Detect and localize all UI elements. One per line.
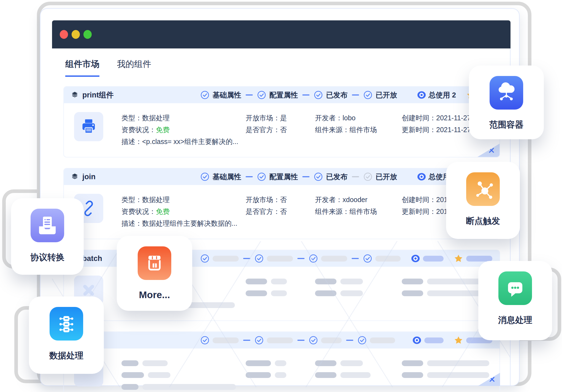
component-details: 类型：数据处理 资费状况：免费 描述：<p.class= xx>组件主要解决的.… <box>64 103 499 157</box>
skeleton-pill <box>340 279 363 284</box>
skeleton-pill <box>275 360 286 366</box>
minimize-traffic-light-icon[interactable] <box>72 30 80 39</box>
field-label: 是否官方： <box>246 207 280 216</box>
float-card-range-container[interactable]: 范围容器 <box>469 66 544 139</box>
skeleton-pill <box>340 360 363 366</box>
step-dash <box>302 176 309 177</box>
float-card-label: 协议转换 <box>30 252 64 263</box>
step-dash <box>297 258 305 259</box>
float-card-label: More... <box>139 289 170 300</box>
step-dash <box>352 176 359 177</box>
float-card-more[interactable]: More... <box>117 236 192 311</box>
status-steps: 基础属性 配置属性 已发布 已开放 <box>200 90 397 100</box>
skeleton-pill <box>427 372 489 378</box>
skeleton-pill <box>402 290 423 296</box>
window-content: 组件市场 我的组件 print组件 基础属性 <box>52 48 511 386</box>
check-circle-icon <box>309 336 318 345</box>
step-dash <box>302 94 309 96</box>
field-value-free: 免费 <box>156 207 170 216</box>
skeleton-pill <box>370 337 395 343</box>
step-dash <box>243 340 250 341</box>
skeleton-pill <box>424 337 444 343</box>
float-card-protocol-conversion[interactable]: 协议转换 <box>11 198 84 275</box>
eye-icon <box>417 91 426 99</box>
field-value: 否 <box>280 125 287 134</box>
field-label: 组件来源： <box>315 125 349 134</box>
status-steps: 基础属性 配置属性 已发布 已开放 <box>200 172 397 182</box>
cloud-network-icon <box>490 76 523 110</box>
step-dash <box>243 258 250 259</box>
eye-icon <box>413 336 421 344</box>
tab-bar: 组件市场 我的组件 <box>52 48 510 77</box>
check-circle-icon <box>363 254 372 263</box>
skeleton-pill <box>271 290 287 296</box>
check-circle-icon <box>309 254 318 263</box>
field-value: 否 <box>280 207 287 216</box>
field-label: 更新时间： <box>402 207 436 216</box>
star-icon <box>454 254 463 263</box>
skeleton-pill <box>142 384 236 390</box>
skeleton-pill <box>402 372 423 378</box>
field-label: 是否官方： <box>246 125 280 134</box>
component-name: join <box>82 173 96 181</box>
field-label: 资费状况： <box>121 207 156 216</box>
skeleton-pill <box>340 290 363 296</box>
step-dash <box>297 340 305 341</box>
skeleton-pill <box>121 360 139 366</box>
check-circle-icon <box>257 172 266 181</box>
skeleton-pill <box>315 360 336 366</box>
skeleton-pill <box>315 372 336 378</box>
field-value: lobo <box>343 114 355 122</box>
float-card-data-processing[interactable]: 数据处理 <box>29 296 104 374</box>
skeleton-pill <box>267 256 293 262</box>
skeleton-pill <box>321 337 342 343</box>
check-circle-icon <box>200 254 209 263</box>
field-label: 开发者： <box>315 113 343 122</box>
maximize-traffic-light-icon[interactable] <box>83 30 92 39</box>
step-dash <box>246 94 253 96</box>
component-header: join 基础属性 配置属性 已发布 已开放 <box>64 168 499 185</box>
tab-component-market[interactable]: 组件市场 <box>65 58 99 77</box>
component-row-print[interactable]: print组件 基础属性 配置属性 已发布 已开放 <box>63 86 500 157</box>
skeleton-pill <box>466 256 492 262</box>
layers-icon <box>71 91 78 99</box>
tab-my-components[interactable]: 我的组件 <box>117 58 151 77</box>
float-card-message-processing[interactable]: 消息处理 <box>478 261 552 340</box>
field-value: xdooder <box>343 196 367 204</box>
data-nodes-icon <box>50 307 83 341</box>
skeleton-pill <box>148 372 170 378</box>
field-value: 是 <box>280 113 287 122</box>
eye-icon <box>411 254 420 263</box>
field-value: 数据处理 <box>142 113 170 122</box>
screenshot-stage: 组件市场 我的组件 print组件 基础属性 <box>0 0 562 392</box>
step-dash <box>352 258 359 259</box>
check-circle-icon <box>255 336 264 345</box>
field-value: 组件市场 <box>349 207 377 216</box>
field-label: 描述： <box>121 137 142 146</box>
molecule-icon <box>466 172 500 206</box>
check-circle-icon <box>200 172 209 181</box>
component-row-join[interactable]: join 基础属性 配置属性 已发布 已开放 <box>63 168 500 239</box>
skeleton-pill <box>315 290 336 296</box>
usage-count: 总使用 2 <box>428 90 456 100</box>
component-row-skeleton[interactable] <box>63 331 500 392</box>
float-card-breakpoint-trigger[interactable]: 断点触发 <box>446 162 520 239</box>
field-value: 否 <box>280 195 287 204</box>
skeleton-pill <box>213 337 239 343</box>
check-circle-gray-icon <box>363 172 372 181</box>
field-label: 开放市场： <box>246 195 280 204</box>
skeleton-pill <box>246 290 267 296</box>
check-circle-icon <box>200 91 209 99</box>
close-traffic-light-icon[interactable] <box>60 30 68 39</box>
field-label: 开发者： <box>315 195 343 204</box>
float-card-label: 范围容器 <box>489 119 523 130</box>
eye-icon <box>417 173 426 181</box>
step-dash <box>246 176 253 177</box>
skeleton-pill <box>423 256 444 262</box>
inbox-doc-icon <box>31 209 64 242</box>
check-circle-icon <box>314 91 323 99</box>
skeleton-pill <box>271 279 287 284</box>
field-label: 创建时间： <box>402 195 436 204</box>
skeleton-pill <box>246 279 267 284</box>
field-label: 组件来源： <box>315 207 349 216</box>
